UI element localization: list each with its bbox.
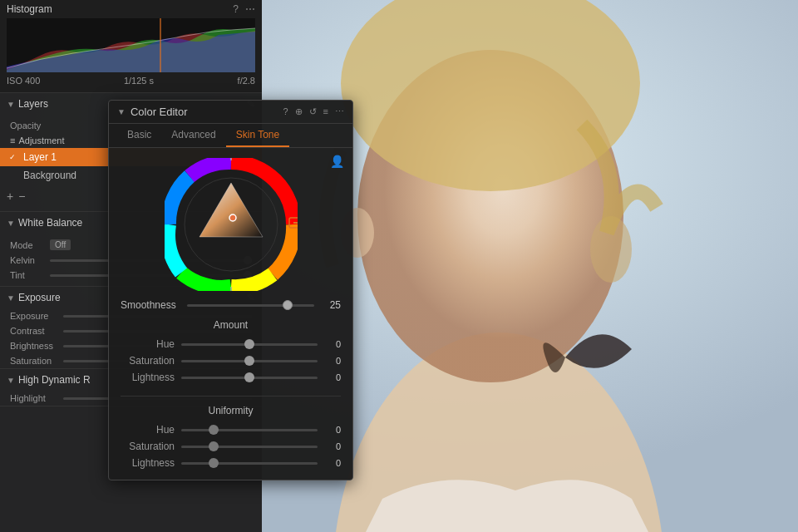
aperture-value: f/2.8 [238,76,255,86]
smoothness-row: Smoothness 25 [109,296,352,314]
amount-lightness-row: Lightness 0 [121,369,341,386]
histogram-title: Histogram [7,3,52,15]
wb-mode-value[interactable]: Off [50,239,71,250]
background-label: Background [23,170,76,181]
add-layer-icon[interactable]: + [7,190,13,203]
amount-title: Amount [121,319,341,331]
ce-list-icon[interactable]: ≡ [323,106,328,117]
exp-brightness-label: Brightness [10,341,63,351]
histogram-meta: ISO 400 1/125 s f/2.8 [7,76,255,86]
unif-light-slider[interactable] [181,462,318,465]
ce-tabs: Basic Advanced Skin Tone [109,124,352,148]
amount-sat-value: 0 [324,356,341,366]
unif-sat-label: Saturation [121,441,175,452]
histogram-section: Histogram ? ⋯ ISO 400 1/125 s [0,0,262,93]
color-wheel[interactable] [165,158,298,291]
ce-more-icon[interactable]: ⋯ [335,106,344,117]
wb-kelvin-label: Kelvin [10,255,50,265]
wheel-person-icon[interactable]: 👤 [330,155,344,168]
unif-sat-row: Saturation 0 [121,438,341,455]
ce-header: ▼ Color Editor ? ⊕ ↺ ≡ ⋯ [109,101,352,124]
unif-sat-value: 0 [324,441,341,451]
ce-title: Color Editor [131,106,188,118]
adjustment-label: Adjustment [18,135,64,145]
amount-hue-value: 0 [324,339,341,349]
hdr-chevron-icon: ▼ [7,376,15,385]
unif-light-row: Lightness 0 [121,455,341,471]
amount-light-value: 0 [324,372,341,382]
opacity-label: Opacity [10,121,41,131]
ce-undo-icon[interactable]: ↺ [309,106,317,117]
shutter-value: 1/125 s [124,76,154,86]
unif-hue-row: Hue 0 [121,421,341,438]
smoothness-value: 25 [321,299,341,311]
smoothness-slider[interactable] [187,304,314,307]
unif-hue-slider[interactable] [181,429,318,431]
histogram-menu-icon[interactable]: ⋯ [245,3,255,15]
histogram-help-icon[interactable]: ? [233,3,239,15]
wb-mode-label: Mode [10,240,50,250]
wb-chevron-icon: ▼ [7,219,15,228]
unif-hue-label: Hue [121,424,175,436]
ce-help-icon[interactable]: ? [283,106,288,117]
amount-section: Amount Hue 0 Saturation 0 Lightness 0 [109,314,352,391]
tab-basic[interactable]: Basic [117,124,161,147]
highlight-label: Highlight [10,393,63,403]
exp-exposure-label: Exposure [10,311,63,321]
svg-point-11 [229,214,236,221]
amount-hue-row: Hue 0 [121,336,341,352]
layer1-checkbox[interactable]: ✓ [7,151,18,163]
ce-target-icon[interactable]: ⊕ [295,106,303,117]
amount-light-slider[interactable] [181,377,318,379]
uniformity-title: Uniformity [121,405,341,416]
layer1-label: Layer 1 [23,151,57,163]
iso-value: ISO 400 [7,76,40,86]
uniformity-section: Uniformity Hue 0 Saturation 0 Lightness … [109,401,352,480]
adjustment-icon: ≡ [10,135,15,145]
ce-chevron-icon[interactable]: ▼ [117,107,126,116]
amount-hue-slider[interactable] [181,343,318,346]
color-editor-panel: ▼ Color Editor ? ⊕ ↺ ≡ ⋯ Basic Advanced … [108,100,353,480]
svg-marker-10 [200,183,263,237]
amount-sat-slider[interactable] [181,360,318,362]
color-wheel-area: 👤 [109,148,352,296]
wb-tint-label: Tint [10,270,50,280]
histogram-canvas [7,18,255,72]
unif-hue-value: 0 [324,425,341,435]
tab-advanced[interactable]: Advanced [161,124,225,147]
amount-sat-label: Saturation [121,355,175,367]
amount-hue-label: Hue [121,338,175,350]
exposure-chevron-icon: ▼ [7,293,15,303]
layers-chevron-icon: ▼ [7,100,15,109]
amount-saturation-row: Saturation 0 [121,352,341,369]
smoothness-label: Smoothness [121,299,180,311]
exp-contrast-label: Contrast [10,326,63,336]
remove-layer-icon[interactable]: − [18,190,25,203]
amount-light-label: Lightness [121,372,175,383]
tab-skin-tone[interactable]: Skin Tone [226,124,289,147]
exp-saturation-label: Saturation [10,356,63,366]
section-divider [121,396,341,397]
unif-light-label: Lightness [121,457,175,469]
unif-sat-slider[interactable] [181,446,318,448]
unif-light-value: 0 [324,458,341,468]
